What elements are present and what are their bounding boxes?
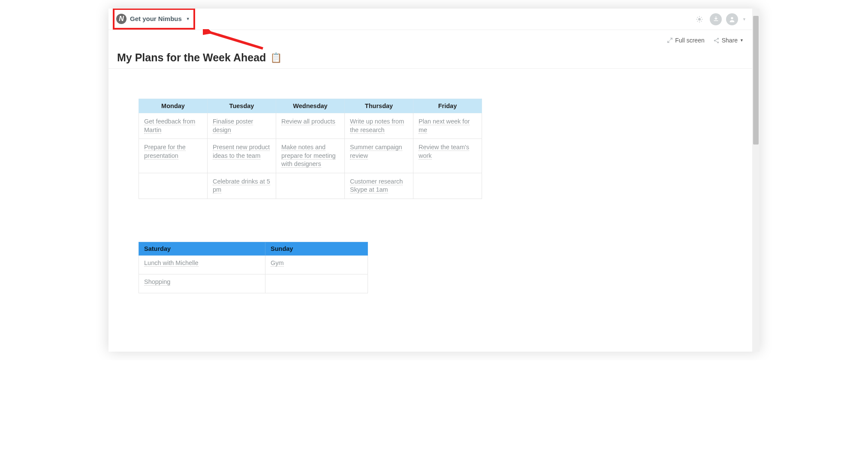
task-text: Prepare for the presentation xyxy=(144,144,186,160)
header-right: ▼ xyxy=(693,13,746,25)
weekday-table: Monday Tuesday Wednesday Thursday Friday… xyxy=(139,99,482,199)
table-cell[interactable] xyxy=(139,173,208,199)
nimbus-logo-icon: N xyxy=(116,14,127,24)
table-row: Lunch with Michelle Gym xyxy=(139,255,368,274)
col-header: Friday xyxy=(413,99,482,113)
page-title: My Plans for the Week Ahead xyxy=(117,51,266,64)
task-text: Present new product ideas to the team xyxy=(213,144,270,160)
svg-line-6 xyxy=(701,21,702,21)
task-text: Make notes and prepare for meeting with … xyxy=(281,144,336,168)
svg-point-11 xyxy=(717,38,719,39)
col-header: Saturday xyxy=(139,242,265,255)
table-cell[interactable]: Celebrate drinks at 5 pm xyxy=(208,173,276,199)
svg-point-12 xyxy=(714,39,716,41)
col-header: Monday xyxy=(139,99,208,113)
svg-line-15 xyxy=(715,41,717,42)
svg-point-13 xyxy=(717,42,719,43)
task-text: Get feedback from Martin xyxy=(144,118,195,134)
chevron-down-icon[interactable]: ▼ xyxy=(742,17,746,21)
task-text: Review the team's work xyxy=(419,144,469,160)
table-cell[interactable]: Lunch with Michelle xyxy=(139,255,265,274)
svg-line-8 xyxy=(701,17,702,18)
col-header: Thursday xyxy=(345,99,413,113)
top-header: N Get your Nimbus ▼ ▼ xyxy=(108,9,752,30)
table-header-row: Monday Tuesday Wednesday Thursday Friday xyxy=(139,99,482,113)
scrollbar-thumb[interactable] xyxy=(753,16,759,145)
table-cell[interactable]: Review all products xyxy=(276,113,345,139)
download-icon xyxy=(713,16,719,22)
sun-icon xyxy=(696,15,703,23)
table-row: Prepare for the presentation Present new… xyxy=(139,139,482,173)
share-icon xyxy=(713,37,720,44)
table-cell[interactable]: Plan next week for me xyxy=(413,113,482,139)
table-cell[interactable]: Write up notes from the research xyxy=(345,113,413,139)
task-text: Finalise poster design xyxy=(213,118,253,134)
action-bar: Full screen Share ▼ xyxy=(108,30,752,44)
table-cell[interactable] xyxy=(413,173,482,199)
task-text: Celebrate drinks at 5 pm xyxy=(213,178,270,194)
task-text: Plan next week for me xyxy=(419,118,470,134)
vertical-scrollbar[interactable] xyxy=(752,9,760,352)
table-cell[interactable]: Present new product ideas to the team xyxy=(208,139,276,173)
svg-line-5 xyxy=(697,17,698,18)
table-cell[interactable]: Summer campaign review xyxy=(345,139,413,173)
table-row: Shopping xyxy=(139,274,368,293)
chevron-down-icon: ▼ xyxy=(186,17,190,21)
table-cell[interactable]: Get feedback from Martin xyxy=(139,113,208,139)
fullscreen-icon xyxy=(667,37,673,43)
task-text: Lunch with Michelle xyxy=(144,259,199,267)
fullscreen-button[interactable]: Full screen xyxy=(667,37,704,44)
chevron-down-icon: ▼ xyxy=(740,38,744,42)
share-button[interactable]: Share ▼ xyxy=(713,37,744,44)
table-cell[interactable]: Shopping xyxy=(139,274,265,293)
table-cell[interactable]: Review the team's work xyxy=(413,139,482,173)
table-cell[interactable]: Customer research Skype at 1am xyxy=(345,173,413,199)
table-cell[interactable]: Make notes and prepare for meeting with … xyxy=(276,139,345,173)
svg-point-9 xyxy=(731,17,733,19)
table-header-row: Saturday Sunday xyxy=(139,242,368,255)
brand-label: Get your Nimbus xyxy=(130,15,182,22)
table-row: Celebrate drinks at 5 pm Customer resear… xyxy=(139,173,482,199)
task-text: Customer research Skype at 1am xyxy=(350,178,403,194)
table-cell[interactable] xyxy=(265,274,368,293)
fullscreen-label: Full screen xyxy=(675,37,704,44)
task-text: Review all products xyxy=(281,118,335,125)
col-header: Tuesday xyxy=(208,99,276,113)
clipboard-icon: 📋 xyxy=(270,52,282,63)
theme-toggle-button[interactable] xyxy=(693,13,705,25)
svg-point-0 xyxy=(698,18,701,21)
col-header: Wednesday xyxy=(276,99,345,113)
title-row: My Plans for the Week Ahead 📋 xyxy=(108,44,752,69)
download-button[interactable] xyxy=(710,13,722,25)
share-label: Share xyxy=(722,37,738,44)
table-cell[interactable]: Gym xyxy=(265,255,368,274)
app-window: N Get your Nimbus ▼ ▼ xyxy=(108,9,760,352)
task-text: Write up notes from the research xyxy=(350,118,404,134)
tables-container: Monday Tuesday Wednesday Thursday Friday… xyxy=(108,69,752,310)
svg-line-7 xyxy=(697,21,698,21)
table-cell[interactable]: Finalise poster design xyxy=(208,113,276,139)
table-row: Get feedback from Martin Finalise poster… xyxy=(139,113,482,139)
brand-dropdown[interactable]: N Get your Nimbus ▼ xyxy=(113,9,195,30)
content-area: N Get your Nimbus ▼ ▼ xyxy=(108,9,752,352)
task-text: Shopping xyxy=(144,278,170,286)
task-text: Summer campaign review xyxy=(350,144,402,160)
task-text: Gym xyxy=(271,259,284,267)
weekend-table: Saturday Sunday Lunch with Michelle Gym … xyxy=(139,242,368,293)
table-cell[interactable]: Prepare for the presentation xyxy=(139,139,208,173)
svg-line-14 xyxy=(715,39,717,40)
table-cell[interactable] xyxy=(276,173,345,199)
user-icon xyxy=(729,16,735,23)
profile-button[interactable] xyxy=(726,13,738,25)
col-header: Sunday xyxy=(265,242,368,255)
